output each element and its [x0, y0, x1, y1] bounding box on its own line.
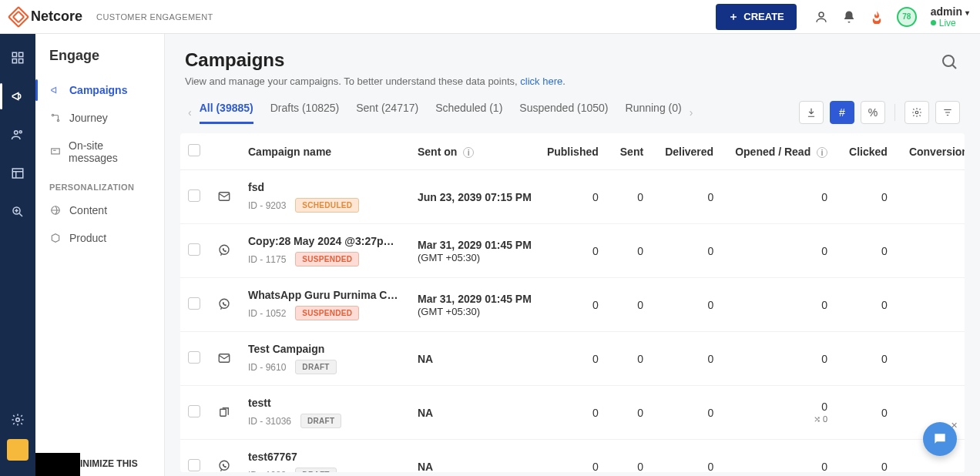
- svg-rect-2: [19, 52, 23, 56]
- sidebar-item-journey[interactable]: Journey: [35, 104, 164, 132]
- user-menu[interactable]: admin▾ Live: [931, 5, 969, 28]
- svg-point-11: [57, 119, 59, 121]
- tabs-prev-icon[interactable]: ‹: [185, 103, 195, 122]
- cell-clicked: 0: [841, 278, 901, 332]
- brand-logo[interactable]: Netcore: [11, 8, 82, 25]
- info-icon[interactable]: i: [817, 147, 827, 158]
- product-icon: [49, 232, 62, 244]
- col-opened[interactable]: Opened / Read: [735, 146, 811, 158]
- tab-running[interactable]: Running (0): [626, 102, 682, 124]
- main-area: Campaigns View and manage your campaigns…: [165, 34, 980, 476]
- cell-sent-on: NA: [410, 440, 539, 473]
- col-senton[interactable]: Sent on: [418, 146, 457, 158]
- percent-toggle[interactable]: %: [861, 101, 885, 124]
- cell-sent: 0: [612, 332, 657, 386]
- cell-sent: 0: [612, 170, 657, 224]
- tab-sent[interactable]: Sent (24717): [356, 102, 418, 124]
- bell-icon[interactable]: [841, 9, 857, 25]
- svg-point-18: [220, 299, 229, 308]
- sidebar-item-product[interactable]: Product: [35, 224, 164, 252]
- col-conversions[interactable]: Conversions: [901, 133, 965, 170]
- cell-published: 0: [539, 170, 612, 224]
- sidebar-item-content[interactable]: Content: [35, 196, 164, 224]
- status-badge: DRAFT: [300, 414, 341, 428]
- app-tile-icon[interactable]: [7, 439, 29, 461]
- cell-sent: 0: [612, 386, 657, 440]
- sidebar-item-campaigns[interactable]: Campaigns: [35, 76, 164, 104]
- tab-scheduled[interactable]: Scheduled (1): [435, 102, 502, 124]
- table-row[interactable]: WhatsApp Guru Purnima Camp…ID - 1052SUSP…: [180, 278, 965, 332]
- page-search-icon[interactable]: [940, 52, 958, 71]
- campaign-name: Copy:28 May 2024 @3:27pm-…: [248, 235, 402, 247]
- col-clicked[interactable]: Clicked: [841, 133, 901, 170]
- layout-icon[interactable]: [9, 165, 26, 182]
- tab-suspended[interactable]: Suspended (1050): [519, 102, 608, 124]
- create-label: CREATE: [743, 11, 784, 22]
- campaign-name: WhatsApp Guru Purnima Camp…: [248, 289, 402, 301]
- onsite-icon: [49, 146, 61, 158]
- section-label: PERSONALIZATION: [35, 172, 164, 196]
- cell-clicked: 0: [841, 224, 901, 278]
- status-badge: SCHEDULED: [295, 198, 359, 213]
- table-row[interactable]: Test CampaignID - 9610DRAFTNA000000: [180, 332, 965, 386]
- col-published[interactable]: Published: [539, 133, 612, 170]
- col-sent[interactable]: Sent: [612, 133, 657, 170]
- row-checkbox[interactable]: [188, 189, 200, 202]
- nav-rail: ↖: [0, 34, 35, 476]
- row-checkbox[interactable]: [188, 297, 200, 310]
- row-checkbox[interactable]: [188, 405, 200, 417]
- cell-delivered: 0: [657, 278, 727, 332]
- campaign-name: fsd: [248, 181, 402, 193]
- download-button[interactable]: [799, 101, 824, 124]
- cell-conversions: 0: [901, 170, 965, 224]
- fire-icon[interactable]: [869, 9, 884, 25]
- col-name[interactable]: Campaign name: [240, 133, 410, 170]
- people-icon[interactable]: [9, 126, 26, 143]
- doc-link[interactable]: click here: [520, 75, 562, 87]
- cell-sent-on: NA: [410, 386, 539, 440]
- apps-icon[interactable]: [9, 49, 26, 66]
- svg-rect-4: [19, 59, 23, 63]
- campaign-name: testt: [248, 397, 402, 409]
- score-badge[interactable]: 78: [897, 7, 917, 27]
- svg-rect-3: [12, 59, 16, 63]
- row-checkbox[interactable]: [188, 243, 200, 256]
- table-row[interactable]: Copy:28 May 2024 @3:27pm-…ID - 1175SUSPE…: [180, 224, 965, 278]
- svg-point-17: [220, 245, 229, 254]
- create-button[interactable]: ＋ CREATE: [716, 4, 796, 30]
- live-label: Live: [939, 18, 956, 28]
- cell-published: 0: [539, 332, 612, 386]
- col-delivered[interactable]: Delivered: [657, 133, 727, 170]
- cell-clicked: 0: [841, 170, 901, 224]
- brand-name: Netcore: [31, 8, 82, 25]
- svg-point-10: [52, 114, 53, 116]
- chat-button[interactable]: [923, 422, 957, 456]
- sidebar-item-label: Journey: [69, 112, 108, 124]
- search-zoom-icon[interactable]: [9, 203, 26, 220]
- svg-point-9: [16, 418, 20, 422]
- filter-button[interactable]: [935, 101, 960, 124]
- table-row[interactable]: fsdID - 9203SCHEDULEDJun 23, 2039 07:15 …: [180, 170, 965, 224]
- megaphone-icon[interactable]: [9, 88, 26, 105]
- tab-drafts[interactable]: Drafts (10825): [270, 102, 339, 124]
- row-checkbox[interactable]: [188, 459, 200, 471]
- user-icon[interactable]: [814, 9, 829, 25]
- sidebar-item-on-site-messages[interactable]: On-site messages: [35, 132, 164, 172]
- minimize-button[interactable]: 〈 MINIMIZE THIS: [59, 457, 138, 470]
- settings-icon[interactable]: [9, 411, 26, 428]
- campaign-id: ID - 31036: [248, 416, 291, 427]
- table-row[interactable]: testtID - 31036DRAFTNA0000⤭ 000: [180, 386, 965, 440]
- tabs-next-icon[interactable]: ›: [686, 103, 696, 122]
- svg-rect-1: [12, 52, 16, 56]
- row-checkbox[interactable]: [188, 351, 200, 364]
- info-icon[interactable]: i: [463, 147, 474, 158]
- tab-all[interactable]: All (39885): [200, 102, 253, 124]
- numbers-toggle[interactable]: #: [830, 101, 854, 124]
- settings-columns-button[interactable]: [904, 101, 929, 124]
- cell-delivered: 0: [657, 386, 727, 440]
- logo-mark-icon: [8, 5, 29, 27]
- select-all-checkbox[interactable]: [188, 144, 200, 156]
- cell-conversions: 0: [901, 332, 965, 386]
- table-row[interactable]: test67767ID - 1283DRAFTNA000000: [180, 440, 965, 473]
- campaign-id: ID - 9610: [248, 362, 286, 373]
